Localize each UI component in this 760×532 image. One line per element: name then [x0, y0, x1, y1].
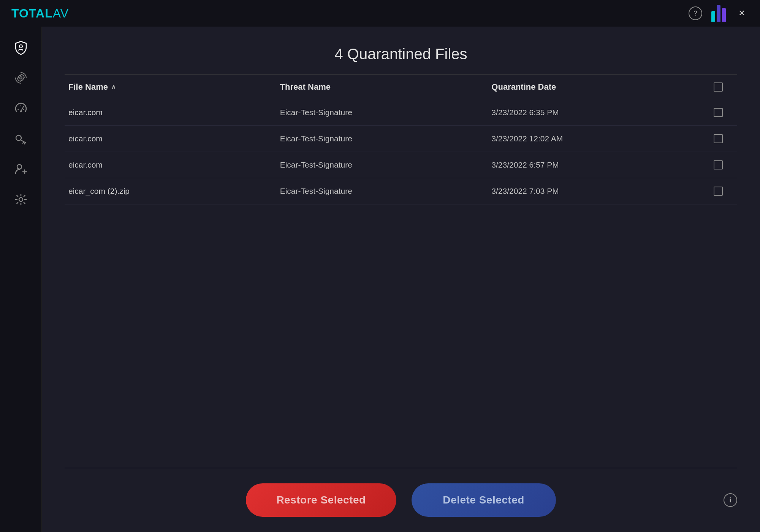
- cell-filename-1: eicar.com: [68, 108, 280, 117]
- cell-date-1: 3/23/2022 6:35 PM: [491, 108, 703, 117]
- cell-date-4: 3/23/2022 7:03 PM: [491, 187, 703, 196]
- col-header-select: [703, 82, 733, 92]
- svg-point-0: [19, 45, 22, 48]
- sort-arrow-filename[interactable]: ∧: [111, 83, 116, 91]
- table-row: eicar.com Eicar-Test-Signature 3/23/2022…: [65, 126, 737, 152]
- title-bar: TOTALAV ? ✕: [0, 0, 760, 27]
- close-button[interactable]: ✕: [735, 6, 749, 20]
- row-checkbox-1[interactable]: [714, 108, 723, 117]
- col-header-date: Quarantine Date: [491, 82, 703, 92]
- cell-checkbox-3: [703, 160, 733, 169]
- cell-date-2: 3/23/2022 12:02 AM: [491, 134, 703, 143]
- cell-threat-1: Eicar-Test-Signature: [280, 108, 492, 117]
- page-header: 4 Quarantined Files: [42, 27, 760, 74]
- table-body: eicar.com Eicar-Test-Signature 3/23/2022…: [65, 100, 737, 468]
- svg-point-5: [19, 198, 23, 201]
- table-header: File Name ∧ Threat Name Quarantine Date: [65, 74, 737, 100]
- cell-threat-4: Eicar-Test-Signature: [280, 187, 492, 196]
- app-title: TOTALAV: [11, 6, 69, 21]
- sidebar-item-scan[interactable]: [8, 65, 34, 91]
- cell-checkbox-4: [703, 187, 733, 196]
- title-bar-controls: ? ✕: [689, 4, 749, 23]
- sidebar-item-settings[interactable]: [8, 186, 34, 213]
- sidebar-item-protection[interactable]: [8, 34, 34, 61]
- row-checkbox-2[interactable]: [714, 134, 723, 143]
- select-all-checkbox[interactable]: [714, 82, 723, 92]
- footer: Restore Selected Delete Selected i: [42, 468, 760, 532]
- svg-point-2: [20, 111, 22, 112]
- table-row: eicar.com Eicar-Test-Signature 3/23/2022…: [65, 100, 737, 126]
- row-checkbox-3[interactable]: [714, 160, 723, 169]
- svg-point-1: [20, 77, 22, 79]
- info-button[interactable]: i: [724, 493, 737, 507]
- svg-point-4: [17, 165, 22, 169]
- delete-selected-button[interactable]: Delete Selected: [412, 483, 556, 517]
- cell-filename-2: eicar.com: [68, 134, 280, 143]
- main-layout: 4 Quarantined Files File Name ∧ Threat N…: [0, 27, 760, 532]
- table-row: eicar_com (2).zip Eicar-Test-Signature 3…: [65, 178, 737, 204]
- cell-date-3: 3/23/2022 6:57 PM: [491, 160, 703, 169]
- quarantine-table-container: File Name ∧ Threat Name Quarantine Date …: [65, 74, 737, 468]
- col-header-threat: Threat Name: [280, 82, 492, 92]
- sidebar: [0, 27, 42, 532]
- row-checkbox-4[interactable]: [714, 187, 723, 196]
- cell-filename-4: eicar_com (2).zip: [68, 187, 280, 196]
- sidebar-item-password[interactable]: [8, 125, 34, 152]
- cell-checkbox-2: [703, 134, 733, 143]
- restore-selected-button[interactable]: Restore Selected: [246, 483, 396, 517]
- col-header-filename: File Name ∧: [68, 82, 280, 92]
- sidebar-item-add-user[interactable]: [8, 156, 34, 182]
- cell-threat-3: Eicar-Test-Signature: [280, 160, 492, 169]
- page-title: 4 Quarantined Files: [42, 46, 760, 63]
- sidebar-item-performance[interactable]: [8, 95, 34, 122]
- cell-threat-2: Eicar-Test-Signature: [280, 134, 492, 143]
- app-title-bold: TOTAL: [11, 6, 53, 20]
- app-logo-icon: [709, 4, 728, 23]
- cell-checkbox-1: [703, 108, 733, 117]
- cell-filename-3: eicar.com: [68, 160, 280, 169]
- help-button[interactable]: ?: [689, 6, 702, 20]
- app-title-thin: AV: [53, 6, 69, 20]
- table-row: eicar.com Eicar-Test-Signature 3/23/2022…: [65, 152, 737, 178]
- content-area: 4 Quarantined Files File Name ∧ Threat N…: [42, 27, 760, 532]
